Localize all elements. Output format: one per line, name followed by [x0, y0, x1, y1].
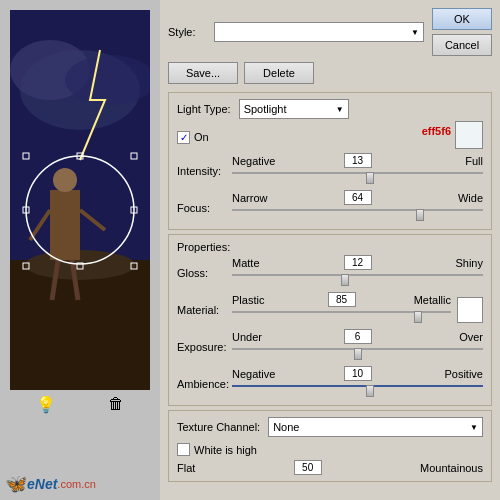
exposure-thumb[interactable]: [354, 348, 362, 360]
watermark-text: eNet: [27, 476, 57, 492]
white-is-high-label: White is high: [194, 444, 257, 456]
focus-label: Focus:: [177, 202, 232, 214]
ambience-right-label: Positive: [444, 368, 483, 380]
focus-right-label: Wide: [458, 192, 483, 204]
focus-value-box[interactable]: 64: [344, 190, 372, 205]
canvas-image: [10, 10, 150, 390]
texture-channel-arrow: ▼: [470, 423, 478, 432]
gloss-value-box[interactable]: 12: [344, 255, 372, 270]
gloss-right-label: Shiny: [455, 257, 483, 269]
left-panel: 💡 🗑 🦋 eNet .com.cn: [0, 0, 160, 500]
watermark: 🦋 eNet .com.cn: [5, 473, 155, 495]
save-button[interactable]: Save...: [168, 62, 238, 84]
material-color-swatch[interactable]: [457, 297, 483, 323]
on-checkbox[interactable]: ✓: [177, 131, 190, 144]
save-delete-row: Save... Delete: [168, 62, 492, 84]
top-buttons-area: Style: ▼ OK Cancel: [168, 8, 492, 56]
butterfly-icon: 🦋: [5, 473, 27, 495]
lightbulb-icon[interactable]: 💡: [36, 395, 56, 414]
intensity-right-label: Full: [465, 155, 483, 167]
properties-section-label: Properties:: [177, 241, 483, 253]
check-icon: ✓: [180, 132, 188, 143]
intensity-label: Intensity:: [177, 165, 232, 177]
material-thumb[interactable]: [414, 311, 422, 323]
texture-channel-dropdown[interactable]: None ▼: [268, 417, 483, 437]
cancel-button[interactable]: Cancel: [432, 34, 492, 56]
exposure-left-label: Under: [232, 331, 262, 343]
ambience-thumb[interactable]: [366, 385, 374, 397]
gloss-left-label: Matte: [232, 257, 260, 269]
material-value-box[interactable]: 85: [328, 292, 356, 307]
texture-channel-label: Texture Channel:: [177, 421, 260, 433]
ambience-left-label: Negative: [232, 368, 275, 380]
ok-button[interactable]: OK: [432, 8, 492, 30]
gloss-thumb[interactable]: [341, 274, 349, 286]
right-panel: Style: ▼ OK Cancel Save... Delete Light …: [160, 0, 500, 500]
white-is-high-checkbox[interactable]: [177, 443, 190, 456]
svg-rect-6: [50, 190, 80, 260]
style-row: Style: ▼: [168, 8, 424, 56]
material-label: Material:: [177, 304, 232, 316]
focus-left-label: Narrow: [232, 192, 267, 204]
flat-value-box[interactable]: 50: [294, 460, 322, 475]
color-hex-label: eff5f6: [422, 125, 451, 137]
intensity-value-box[interactable]: 13: [344, 153, 372, 168]
ambience-value-box[interactable]: 10: [344, 366, 372, 381]
white-is-high-row: White is high: [177, 443, 483, 456]
intensity-left-label: Negative: [232, 155, 275, 167]
texture-row: Texture Channel: None ▼: [177, 417, 483, 437]
material-right-label: Metallic: [414, 294, 451, 306]
material-left-label: Plastic: [232, 294, 264, 306]
ok-cancel-buttons: OK Cancel: [432, 8, 492, 56]
canvas-area: [10, 10, 150, 390]
trash-icon[interactable]: 🗑: [108, 395, 124, 414]
watermark-domain: .com.cn: [57, 478, 96, 490]
gloss-label: Gloss:: [177, 267, 232, 279]
ambience-label: Ambience:: [177, 378, 232, 390]
exposure-label: Exposure:: [177, 341, 232, 353]
style-dropdown[interactable]: ▼: [214, 22, 424, 42]
intensity-thumb[interactable]: [366, 172, 374, 184]
light-type-label: Light Type:: [177, 103, 231, 115]
focus-thumb[interactable]: [416, 209, 424, 221]
style-label: Style:: [168, 26, 208, 38]
texture-channel-value: None: [273, 421, 299, 433]
exposure-value-box[interactable]: 6: [344, 329, 372, 344]
bottom-icons: 💡 🗑: [10, 390, 150, 419]
svg-point-7: [53, 168, 77, 192]
light-type-value: Spotlight: [244, 103, 287, 115]
light-type-row: Light Type: Spotlight ▼: [177, 99, 483, 119]
flat-label: Flat: [177, 462, 195, 474]
light-type-arrow: ▼: [336, 105, 344, 114]
light-type-dropdown[interactable]: Spotlight ▼: [239, 99, 349, 119]
color-swatch[interactable]: [455, 121, 483, 149]
on-row: ✓ On eff5f6: [177, 125, 483, 149]
mountainous-label: Mountainous: [420, 462, 483, 474]
style-dropdown-arrow: ▼: [411, 28, 419, 37]
delete-button[interactable]: Delete: [244, 62, 314, 84]
exposure-right-label: Over: [459, 331, 483, 343]
on-label: On: [194, 131, 209, 143]
